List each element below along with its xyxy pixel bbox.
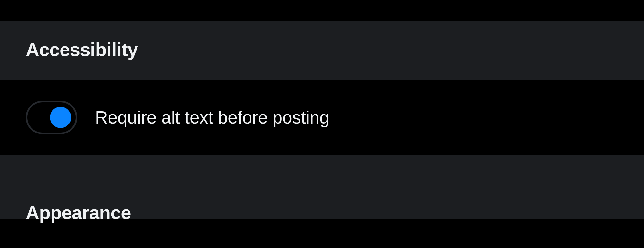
setting-row-require-alt-text[interactable]: Require alt text before posting — [0, 80, 644, 155]
section-title: Appearance — [26, 202, 618, 223]
toggle-require-alt-text[interactable] — [26, 101, 77, 134]
toggle-knob — [50, 107, 71, 128]
section-title: Accessibility — [26, 39, 618, 60]
section-header-appearance: Appearance — [0, 155, 644, 219]
top-spacer — [0, 0, 644, 21]
setting-label: Require alt text before posting — [95, 107, 329, 128]
section-header-accessibility: Accessibility — [0, 21, 644, 80]
